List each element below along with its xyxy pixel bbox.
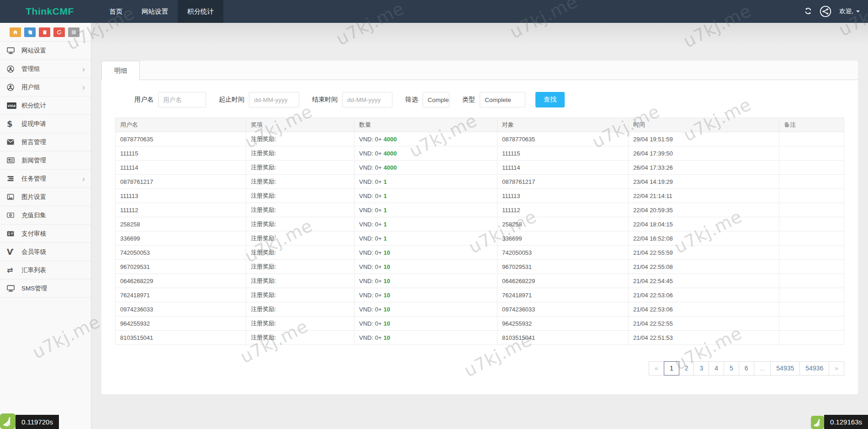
end-date-input[interactable]: [342, 92, 392, 107]
cell-time: 21/04 22:54:45: [629, 274, 779, 288]
brand-logo[interactable]: ThinkCMF: [0, 0, 100, 23]
cell-username: 111113: [116, 189, 246, 203]
content-card: 明细 用户名 起止时间 结束时间 筛选 Comple: [101, 61, 858, 394]
table-row: 0974236033 注册奖励: VND: 0+10 0974236033 21…: [116, 302, 844, 316]
page-button[interactable]: 5: [724, 361, 739, 375]
cell-time: 21/04 22:53:06: [629, 288, 779, 302]
page-button[interactable]: »: [829, 361, 844, 375]
navbar-right: 欢迎,: [804, 0, 868, 23]
list-button[interactable]: [68, 27, 79, 37]
amount-value: 10: [384, 306, 390, 313]
cell-award: 注册奖励:: [246, 274, 355, 288]
sidebar-item[interactable]: 新闻管理: [0, 151, 91, 170]
cell-target: 111114: [498, 161, 629, 175]
page-button[interactable]: 54936: [799, 361, 829, 375]
cell-target: 258258: [498, 217, 629, 231]
sidebar-item[interactable]: 任务管理 ›: [0, 170, 91, 188]
amount-value: 1: [384, 207, 387, 214]
tab-detail[interactable]: 明细: [101, 61, 140, 80]
render-time-right: 0.129163s: [824, 415, 868, 429]
users-icon: [7, 65, 21, 73]
sidebar-item[interactable]: 留言管理: [0, 133, 91, 151]
page-button[interactable]: 54935: [770, 361, 800, 375]
envelope-icon: [7, 139, 21, 145]
amount-prefix: VND: 0+: [359, 221, 382, 228]
copy-button[interactable]: [24, 27, 36, 37]
cell-username: 742050053: [116, 246, 246, 260]
avatar-icon[interactable]: [820, 5, 831, 17]
home-icon: [13, 30, 18, 35]
sidebar-item-label: 图片设置: [21, 193, 46, 201]
sidebar-item[interactable]: ⇄ 汇率列表: [0, 261, 91, 279]
nav-item-site-settings[interactable]: 网站设置: [132, 0, 178, 23]
cell-username: 111114: [116, 161, 246, 175]
page-button[interactable]: 1: [664, 361, 679, 375]
sidebar-menu: 网站设置 管理组 › 用户组 › VISA 积分统计 $: [0, 41, 91, 298]
cell-time: 26/04 17:33:26: [629, 161, 779, 175]
type-select[interactable]: Complete: [480, 92, 525, 107]
nav-item-home[interactable]: 首页: [100, 0, 132, 23]
recycle-button[interactable]: [53, 27, 65, 37]
page-button[interactable]: ...: [754, 361, 771, 375]
cell-username: 0878761217: [116, 175, 246, 189]
cell-amount: VND: 0+10: [355, 246, 498, 260]
sidebar-item[interactable]: 图片设置: [0, 188, 91, 206]
quick-toolbar: [0, 23, 91, 41]
welcome-label: 欢迎,: [839, 7, 853, 16]
home-button[interactable]: [10, 27, 21, 37]
start-date-input[interactable]: [249, 92, 299, 107]
page-button[interactable]: 2: [679, 361, 694, 375]
sidebar-item[interactable]: 管理组 ›: [0, 60, 91, 78]
username-input[interactable]: [158, 92, 206, 107]
cell-time: 21/04 22:55:08: [629, 260, 779, 274]
sidebar-item[interactable]: SMS管理: [0, 279, 91, 298]
cell-award: 注册奖励:: [246, 203, 355, 217]
svg-text:0: 0: [10, 214, 11, 216]
trash-button[interactable]: [39, 27, 50, 37]
amount-prefix: VND: 0+: [359, 320, 382, 327]
amount-prefix: VND: 0+: [359, 150, 382, 157]
user-icon: [7, 84, 21, 91]
sidebar-item[interactable]: $ 提现申请: [0, 115, 91, 133]
welcome-dropdown[interactable]: 欢迎,: [839, 7, 860, 16]
search-button[interactable]: 查找: [535, 92, 565, 107]
nav-item-points-stats[interactable]: 积分统计: [178, 0, 223, 23]
table-row: 111115 注册奖励: VND: 0+4000 111115 26/04 17…: [116, 146, 844, 161]
cell-username: 111112: [116, 203, 246, 217]
type-select-group: 类型 Complete: [462, 92, 525, 107]
cell-target: 111115: [498, 146, 629, 161]
sidebar-item-label: 新闻管理: [21, 156, 46, 165]
page-button[interactable]: «: [649, 361, 664, 375]
amount-value: 10: [384, 278, 390, 284]
page-button[interactable]: 4: [709, 361, 724, 375]
cell-award: 注册奖励:: [246, 260, 355, 274]
points-table: 用户名 奖项 数量 对象 时间 备注 0878770635 注册奖励:: [115, 118, 844, 345]
cell-note: [779, 217, 844, 231]
page-button[interactable]: 3: [693, 361, 709, 375]
sidebar-item-label: 提现申请: [21, 120, 46, 128]
table-row: 0646268229 注册奖励: VND: 0+10 0646268229 21…: [116, 274, 844, 288]
cell-target: 967029531: [498, 260, 629, 274]
sidebar-item[interactable]: 支付审核: [0, 225, 91, 243]
table-row: 0878761217 注册奖励: VND: 0+1 0878761217 23/…: [116, 175, 844, 189]
refresh-button[interactable]: [804, 7, 812, 16]
sidebar-item[interactable]: Ѵ 会员等级: [0, 243, 91, 261]
sidebar-item[interactable]: 用户组 ›: [0, 78, 91, 97]
cell-time: 22/04 18:04:15: [629, 217, 779, 231]
filter-select[interactable]: Comple: [423, 92, 450, 107]
cell-amount: VND: 0+10: [355, 288, 498, 302]
sidebar-item[interactable]: 0 充值归集: [0, 206, 91, 225]
cell-award: 注册奖励:: [246, 331, 355, 345]
amount-value: 4000: [384, 150, 397, 157]
chevron-right-icon: ›: [82, 65, 85, 73]
cell-username: 8103515041: [116, 331, 246, 345]
cell-amount: VND: 0+10: [355, 302, 498, 316]
cell-target: 336699: [498, 231, 629, 246]
cell-amount: VND: 0+10: [355, 316, 498, 331]
cell-time: 22/04 21:14:11: [629, 189, 779, 203]
sidebar-item[interactable]: 网站设置: [0, 42, 91, 60]
page-button[interactable]: 6: [739, 361, 754, 375]
level-icon: Ѵ: [7, 247, 21, 257]
sidebar-item[interactable]: VISA 积分统计: [0, 97, 91, 115]
sidebar-item-label: 网站设置: [21, 47, 46, 55]
